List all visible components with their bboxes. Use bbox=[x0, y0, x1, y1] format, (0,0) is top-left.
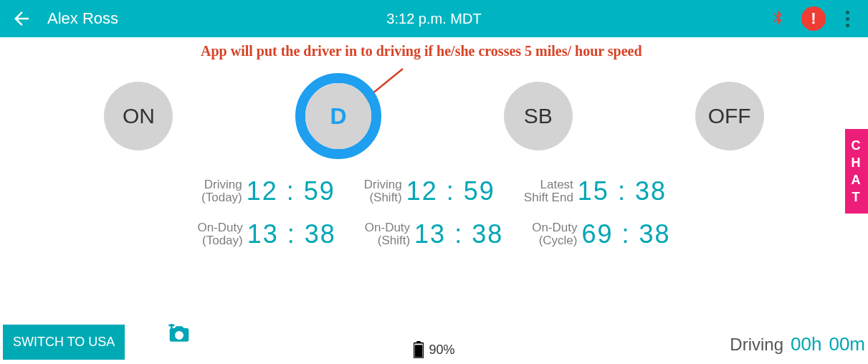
time-block: Driving (Shift) 12 : 59 bbox=[364, 176, 495, 206]
bottom-bar: SWITCH TO USA 90% Driving 00h 00m bbox=[0, 318, 868, 364]
app-header: Alex Ross 3:12 p.m. MDT ! bbox=[0, 0, 868, 37]
time-value: 12 : 59 bbox=[406, 176, 495, 206]
battery-pct: 90% bbox=[429, 343, 454, 358]
driving-hours: 00h bbox=[791, 333, 821, 355]
chat-letter: T bbox=[852, 191, 862, 203]
header-actions: ! bbox=[770, 6, 862, 32]
bluetooth-icon[interactable] bbox=[770, 8, 786, 29]
exclamation-icon: ! bbox=[811, 9, 816, 28]
driver-name: Alex Ross bbox=[47, 9, 118, 28]
time-label-line1: Driving bbox=[201, 178, 242, 191]
bluetooth-glyph-icon bbox=[770, 8, 786, 27]
driving-minutes: 00m bbox=[829, 333, 865, 355]
time-block: On-Duty (Shift) 13 : 38 bbox=[365, 219, 503, 249]
dot-icon bbox=[846, 17, 849, 21]
time-value: 15 : 38 bbox=[578, 176, 667, 206]
time-label-line2: (Shift) bbox=[364, 191, 402, 204]
time-value: 12 : 59 bbox=[247, 176, 335, 206]
driving-status: Driving 00h 00m bbox=[730, 333, 865, 355]
svg-rect-2 bbox=[171, 324, 173, 328]
times-row-2: On-Duty (Today) 13 : 38 On-Duty (Shift) … bbox=[197, 219, 670, 249]
switch-country-button[interactable]: SWITCH TO USA bbox=[3, 325, 125, 360]
chat-letter: C bbox=[852, 139, 862, 152]
svg-rect-5 bbox=[414, 345, 422, 357]
time-label-line2: (Shift) bbox=[365, 234, 410, 247]
status-row: ON D SB OFF bbox=[0, 73, 868, 159]
back-arrow-icon bbox=[11, 8, 32, 29]
time-label-line1: Driving bbox=[364, 178, 402, 191]
status-on-button[interactable]: ON bbox=[104, 82, 173, 150]
time-label: Driving (Today) bbox=[201, 178, 242, 204]
time-block: Driving (Today) 12 : 59 bbox=[201, 176, 335, 206]
time-label-line1: On-Duty bbox=[365, 221, 410, 234]
back-button[interactable] bbox=[6, 8, 37, 29]
chat-tab[interactable]: C H A T bbox=[845, 129, 868, 214]
time-label-line2: (Today) bbox=[197, 234, 242, 247]
time-label-line1: On-Duty bbox=[532, 221, 577, 234]
dot-icon bbox=[846, 11, 849, 14]
time-block: On-Duty (Cycle) 69 : 38 bbox=[532, 219, 670, 249]
overflow-menu[interactable] bbox=[841, 6, 854, 32]
time-label: On-Duty (Cycle) bbox=[532, 221, 577, 247]
time-label: On-Duty (Today) bbox=[197, 221, 242, 247]
time-label: Driving (Shift) bbox=[364, 178, 402, 204]
time-value: 69 : 38 bbox=[581, 219, 670, 249]
time-label-line1: On-Duty bbox=[197, 221, 242, 234]
time-label: On-Duty (Shift) bbox=[365, 221, 410, 247]
alert-badge[interactable]: ! bbox=[801, 6, 826, 31]
time-label-line2: (Cycle) bbox=[532, 234, 577, 247]
annotation-text: App will put the driver in to driving if… bbox=[201, 43, 642, 59]
status-d-wrap: D bbox=[295, 73, 381, 159]
time-label: Latest Shift End bbox=[524, 178, 573, 204]
time-value: 13 : 38 bbox=[247, 219, 336, 249]
svg-rect-4 bbox=[416, 341, 420, 343]
status-sb-button[interactable]: SB bbox=[504, 82, 573, 150]
chat-letter: H bbox=[852, 156, 862, 169]
time-label-line2: Shift End bbox=[524, 191, 573, 204]
camera-add-icon bbox=[168, 324, 191, 344]
header-clock: 3:12 p.m. MDT bbox=[386, 11, 481, 27]
battery-icon bbox=[413, 341, 423, 358]
status-d-button[interactable]: D bbox=[305, 83, 371, 149]
time-value: 13 : 38 bbox=[414, 219, 503, 249]
times-row-1: Driving (Today) 12 : 59 Driving (Shift) … bbox=[201, 176, 667, 206]
time-label-line1: Latest bbox=[524, 178, 573, 191]
time-block: On-Duty (Today) 13 : 38 bbox=[197, 219, 335, 249]
time-label-line2: (Today) bbox=[201, 191, 242, 204]
camera-button[interactable] bbox=[168, 324, 191, 347]
dot-icon bbox=[846, 24, 849, 27]
battery-status: 90% bbox=[413, 341, 454, 358]
driving-label: Driving bbox=[730, 335, 783, 355]
time-block: Latest Shift End 15 : 38 bbox=[524, 176, 667, 206]
status-off-button[interactable]: OFF bbox=[695, 82, 764, 150]
times-grid: Driving (Today) 12 : 59 Driving (Shift) … bbox=[0, 176, 868, 249]
status-d-ring: D bbox=[295, 73, 381, 159]
chat-letter: A bbox=[852, 173, 862, 186]
